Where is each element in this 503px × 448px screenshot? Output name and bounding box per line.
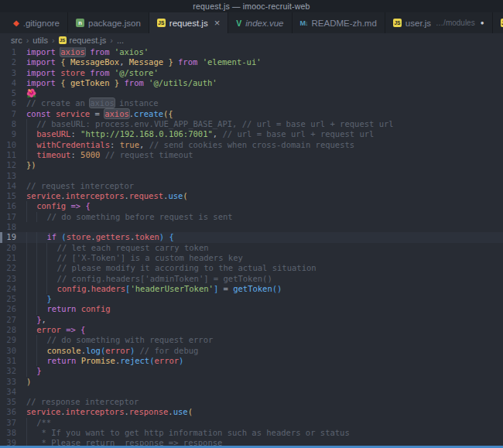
tab-readme-zh-md[interactable]: M↓README-zh.md bbox=[293, 12, 385, 33]
code-line[interactable]: 6// create an axios instance bbox=[0, 98, 503, 108]
line-number[interactable]: 35 bbox=[0, 397, 26, 407]
code-line[interactable]: 8// baseURL: process.env.VUE_APP_BASE_AP… bbox=[0, 119, 503, 129]
code-line[interactable]: 13 bbox=[0, 171, 503, 181]
code-line[interactable]: 30console.log(error) // for debug bbox=[0, 346, 503, 356]
line-number[interactable]: 26 bbox=[0, 304, 26, 314]
line-number[interactable]: 37 bbox=[0, 418, 26, 428]
line-number[interactable]: 34 bbox=[0, 387, 26, 397]
line-number[interactable]: 12 bbox=[0, 160, 26, 170]
breadcrumb-item-request-js[interactable]: JSrequest.js bbox=[59, 36, 107, 45]
code-line[interactable]: 28error => { bbox=[0, 325, 503, 335]
line-number[interactable]: 5 bbox=[0, 88, 26, 98]
line-number[interactable]: 10 bbox=[0, 140, 26, 150]
line-number[interactable]: 29 bbox=[0, 335, 26, 345]
code-line[interactable]: 27}, bbox=[0, 315, 503, 325]
code-token: } bbox=[46, 294, 51, 303]
code-line[interactable]: 38 * If you want to get http information… bbox=[0, 428, 503, 438]
code-line[interactable]: 26return config bbox=[0, 304, 503, 314]
code-line[interactable]: 7const service = axios.create({ bbox=[0, 109, 503, 119]
git-icon: ◆ bbox=[13, 19, 19, 27]
modified-dot-icon[interactable]: ● bbox=[481, 19, 484, 26]
line-number[interactable]: 9 bbox=[0, 129, 26, 139]
line-number[interactable]: 22 bbox=[0, 263, 26, 273]
line-number[interactable]: 27 bbox=[0, 315, 26, 325]
code-line[interactable]: 22// please modify it according to the a… bbox=[0, 263, 503, 273]
line-number[interactable]: 14 bbox=[0, 181, 26, 191]
code-line[interactable]: 36service.interceptors.response.use( bbox=[0, 407, 503, 417]
line-number[interactable]: 38 bbox=[0, 428, 26, 438]
line-number[interactable]: 11 bbox=[0, 150, 26, 160]
line-number[interactable]: 17 bbox=[0, 212, 26, 222]
code-line[interactable]: 2import { MessageBox, Message } from 'el… bbox=[0, 57, 503, 67]
code-line[interactable]: 35// response interceptor bbox=[0, 397, 503, 407]
code-token: 'headerUserToken' bbox=[130, 284, 213, 293]
tab-gitignore[interactable]: ◆.gitignore bbox=[5, 12, 68, 33]
code-line[interactable]: 31return Promise.reject(error) bbox=[0, 356, 503, 366]
line-number[interactable]: 6 bbox=[0, 98, 26, 108]
line-number[interactable]: 15 bbox=[0, 191, 26, 201]
tab-us[interactable]: JSus bbox=[493, 12, 503, 33]
code-line[interactable]: 11timeout: 5000 // request timeout bbox=[0, 150, 503, 160]
code-line[interactable]: 24config.headers['headerUserToken'] = ge… bbox=[0, 284, 503, 294]
tab-package-json[interactable]: npackage.json bbox=[68, 12, 149, 33]
tab-label: package.json bbox=[88, 19, 141, 28]
breadcrumb: src›utils›JSrequest.js›... bbox=[0, 33, 503, 47]
code-line[interactable]: 37/** bbox=[0, 418, 503, 428]
tab-request-js[interactable]: JSrequest.js× bbox=[149, 12, 228, 33]
code-line[interactable]: 12}) bbox=[0, 160, 503, 170]
code-line[interactable]: 17// do something before request is sent bbox=[0, 212, 503, 222]
code-line[interactable]: 1import axios from 'axios' bbox=[0, 47, 503, 57]
breadcrumb-item-[interactable]: ... bbox=[117, 36, 124, 45]
code-line[interactable]: 23// config.headers['adminToken'] = getT… bbox=[0, 274, 503, 284]
code-line[interactable]: 15service.interceptors.request.use( bbox=[0, 191, 503, 201]
tab-index-vue[interactable]: Vindex.vue bbox=[228, 12, 292, 33]
line-number[interactable]: 2 bbox=[0, 57, 26, 67]
code-token: error bbox=[155, 356, 180, 365]
title-bar[interactable]: request.js — imooc-recruit-web bbox=[0, 0, 503, 12]
breadcrumb-item-src[interactable]: src bbox=[11, 36, 22, 45]
line-number[interactable]: 25 bbox=[0, 294, 26, 304]
line-number[interactable]: 3 bbox=[0, 68, 26, 78]
code-editor[interactable]: 1import axios from 'axios'2import { Mess… bbox=[0, 47, 503, 448]
line-number[interactable]: 21 bbox=[0, 253, 26, 263]
breadcrumb-item-utils[interactable]: utils bbox=[33, 36, 48, 45]
code-line[interactable]: 16config => { bbox=[0, 201, 503, 211]
code-line[interactable]: 25} bbox=[0, 294, 503, 304]
tab-user-js[interactable]: JSuser.js…/modules● bbox=[385, 12, 493, 33]
code-line[interactable]: 33) bbox=[0, 377, 503, 387]
code-line[interactable]: 9baseURL: "http://192.168.0.106:7001", /… bbox=[0, 129, 503, 139]
line-number[interactable]: 18 bbox=[0, 222, 26, 232]
code-line[interactable]: 5🌺 bbox=[0, 88, 503, 98]
line-number[interactable]: 36 bbox=[0, 407, 26, 417]
code-line[interactable]: 32} bbox=[0, 366, 503, 376]
line-number[interactable]: 20 bbox=[0, 243, 26, 253]
code-line[interactable]: 18 bbox=[0, 222, 503, 232]
code-line[interactable]: 21// ['X-Token'] is a custom headers key bbox=[0, 253, 503, 263]
line-number[interactable]: 32 bbox=[0, 366, 26, 376]
code-line[interactable]: 20// let each request carry token bbox=[0, 243, 503, 253]
line-number[interactable]: 30 bbox=[0, 346, 26, 356]
line-number[interactable]: 8 bbox=[0, 119, 26, 129]
line-number[interactable]: 33 bbox=[0, 377, 26, 387]
code-token: { bbox=[169, 232, 173, 241]
line-number[interactable]: 31 bbox=[0, 356, 26, 366]
line-number[interactable]: 7 bbox=[0, 109, 26, 119]
code-line[interactable]: 4import { getToken } from '@/utils/auth' bbox=[0, 78, 503, 88]
code-line[interactable]: 29// do something with request error bbox=[0, 335, 503, 345]
line-number[interactable]: 4 bbox=[0, 78, 26, 88]
line-number[interactable]: 16 bbox=[0, 201, 26, 211]
line-number[interactable]: 1 bbox=[0, 47, 26, 57]
line-number[interactable]: 24 bbox=[0, 284, 26, 294]
code-line[interactable]: 19if (store.getters.token) { bbox=[0, 232, 503, 242]
line-number[interactable]: 28 bbox=[0, 325, 26, 335]
code-line[interactable]: 34 bbox=[0, 387, 503, 397]
code-line[interactable]: 14// request interceptor bbox=[0, 181, 503, 191]
line-number[interactable]: 13 bbox=[0, 171, 26, 181]
code-token: store bbox=[60, 68, 85, 77]
close-icon[interactable]: × bbox=[214, 18, 221, 28]
code-line[interactable]: 10withCredentials: true, // send cookies… bbox=[0, 140, 503, 150]
line-number[interactable]: 19 bbox=[0, 232, 26, 242]
line-number[interactable]: 23 bbox=[0, 274, 26, 284]
code-token: => bbox=[66, 325, 76, 334]
code-line[interactable]: 3import store from '@/store' bbox=[0, 68, 503, 78]
